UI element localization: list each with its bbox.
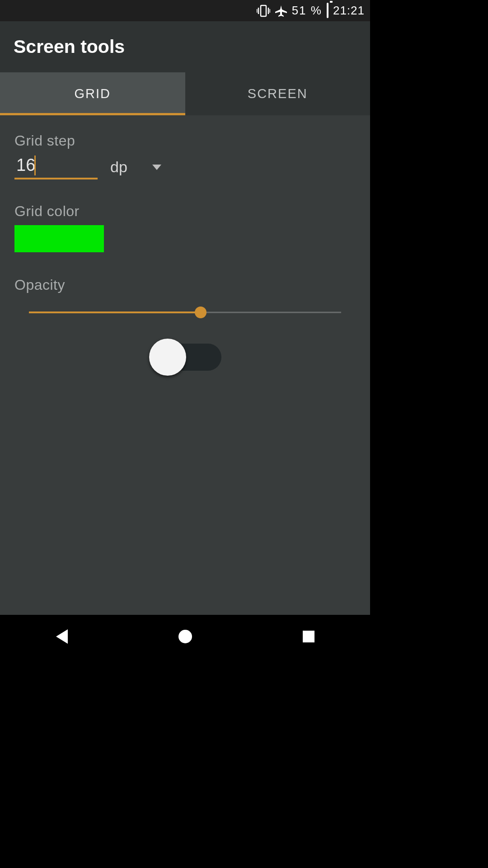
content: Grid step dp Grid color Opacity bbox=[0, 115, 370, 615]
enable-switch[interactable] bbox=[149, 339, 221, 376]
battery-percent: 51 % bbox=[292, 4, 322, 18]
slider-fill bbox=[29, 311, 201, 313]
nav-bar bbox=[0, 615, 370, 658]
vibrate-icon bbox=[257, 5, 270, 17]
nav-back-button[interactable] bbox=[17, 615, 107, 658]
slider-thumb[interactable] bbox=[195, 307, 206, 318]
tab-label: SCREEN bbox=[248, 86, 308, 101]
switch-thumb bbox=[149, 339, 186, 376]
chevron-down-icon bbox=[152, 165, 161, 170]
unit-label: dp bbox=[110, 158, 127, 176]
tab-grid[interactable]: GRID bbox=[0, 72, 185, 115]
clock: 21:21 bbox=[333, 4, 365, 18]
airplane-icon bbox=[275, 5, 287, 17]
grid-step-field[interactable] bbox=[14, 156, 98, 179]
text-caret bbox=[34, 156, 36, 175]
svg-rect-0 bbox=[261, 5, 266, 16]
tab-screen[interactable]: SCREEN bbox=[185, 72, 371, 115]
grid-step-input[interactable] bbox=[14, 156, 98, 179]
opacity-slider[interactable] bbox=[14, 306, 356, 319]
nav-home-button[interactable] bbox=[140, 615, 230, 658]
status-bar: 51 % 21:21 bbox=[0, 0, 370, 21]
battery-icon bbox=[327, 4, 328, 18]
grid-color-swatch[interactable] bbox=[14, 225, 104, 252]
recent-icon bbox=[303, 631, 314, 642]
nav-recent-button[interactable] bbox=[263, 615, 354, 658]
page-title: Screen tools bbox=[14, 36, 125, 57]
home-icon bbox=[178, 630, 192, 643]
back-icon bbox=[56, 629, 68, 644]
app-bar: Screen tools bbox=[0, 21, 370, 72]
tab-bar: GRID SCREEN bbox=[0, 72, 370, 115]
grid-step-label: Grid step bbox=[14, 132, 356, 149]
unit-select[interactable]: dp bbox=[110, 158, 161, 179]
grid-color-label: Grid color bbox=[14, 203, 356, 220]
opacity-label: Opacity bbox=[14, 277, 356, 293]
tab-label: GRID bbox=[75, 86, 111, 101]
